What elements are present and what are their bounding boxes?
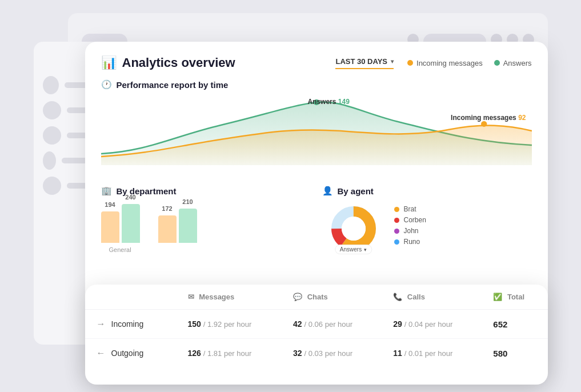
date-filter-label: LAST 30 DAYS	[335, 57, 387, 66]
corben-dot	[394, 218, 399, 223]
legend-incoming: Incoming messages	[407, 59, 483, 67]
arrow-right-icon: →	[97, 319, 106, 329]
chevron-down-icon: ▾	[391, 58, 394, 65]
department-icon: 🏢	[101, 186, 112, 196]
bar-label-240: 240	[125, 194, 135, 201]
agent-title-text: By agent	[338, 186, 374, 196]
donut-chart: Answers ▾	[322, 203, 385, 254]
department-bars: 194 240 172	[101, 203, 311, 254]
agent-title: 👤 By agent	[322, 186, 532, 196]
agent-section: 👤 By agent	[322, 186, 532, 254]
chats-icon: 💬	[293, 293, 302, 301]
chevron-icon: ▾	[364, 247, 367, 253]
outgoing-chats-rate: / 0.03 per hour	[304, 349, 353, 358]
incoming-row-label: → Incoming	[97, 319, 165, 329]
calls-icon: 📞	[393, 293, 402, 301]
bar-dept1-green: 240	[122, 204, 140, 243]
date-filter-button[interactable]: LAST 30 DAYS ▾	[335, 57, 394, 69]
brat-label: Brat	[404, 205, 416, 213]
agent-legend: Brat Corben John	[394, 203, 426, 246]
green-dot	[494, 60, 500, 66]
outgoing-calls-rate: / 0.01 per hour	[404, 349, 453, 358]
outgoing-calls-cell: 11 / 0.01 per hour	[382, 339, 482, 368]
outgoing-messages-value: 126	[188, 349, 201, 358]
incoming-calls-cell: 29 / 0.04 per hour	[382, 310, 482, 339]
incoming-calls-value: 29	[393, 319, 402, 329]
table-row: → Incoming 150 / 1.92 per hour 42 / 0.06…	[85, 310, 548, 339]
incoming-messages-cell: 150 / 1.92 per hour	[177, 310, 282, 339]
incoming-chats-value: 42	[293, 319, 302, 329]
agent-item-brat: Brat	[394, 205, 426, 213]
legend-answers: Answers	[494, 59, 532, 67]
table-card: ✉ Messages 💬 Chats 📞 Calls ✅ Total	[85, 285, 548, 385]
outgoing-row-label-cell: ← Outgoing	[85, 339, 177, 368]
performance-chart: Answers 149 Incoming messages 92	[101, 97, 532, 177]
outgoing-calls-value: 11	[393, 349, 402, 358]
card-content: 🕐 Performance report by time Answers 149…	[85, 70, 548, 263]
table-header-empty	[85, 285, 177, 310]
incoming-tooltip: Incoming messages 92	[451, 114, 526, 122]
outgoing-chats-value: 32	[293, 349, 302, 358]
agent-item-runo: Runo	[394, 238, 426, 246]
chart-legend: Incoming messages Answers	[407, 59, 531, 67]
bottom-sections: 🏢 By department 194 240	[101, 186, 532, 254]
bar-label-194: 194	[105, 201, 115, 208]
clock-icon: 🕐	[101, 79, 112, 90]
incoming-calls-rate: / 0.04 per hour	[404, 320, 453, 329]
table-header-calls: 📞 Calls	[382, 285, 482, 310]
incoming-value: 92	[518, 114, 526, 122]
outgoing-row-label: ← Outgoing	[97, 348, 165, 358]
outgoing-chats-cell: 32 / 0.03 per hour	[282, 339, 382, 368]
incoming-total-cell: 652	[482, 310, 547, 339]
agent-icon: 👤	[322, 186, 333, 196]
table-header-row: ✉ Messages 💬 Chats 📞 Calls ✅ Total	[85, 285, 548, 310]
incoming-row-label-cell: → Incoming	[85, 310, 177, 339]
answers-tooltip: Answers 149	[307, 98, 349, 106]
agent-content: Answers ▾ Brat Corb	[322, 203, 532, 254]
svg-point-5	[342, 217, 366, 241]
incoming-chats-cell: 42 / 0.06 per hour	[282, 310, 382, 339]
bar-dept2-green: 210	[179, 209, 197, 243]
table-header-chats: 💬 Chats	[282, 285, 382, 310]
bar-group-1: 194 240	[101, 204, 140, 243]
line-chart-svg	[101, 97, 532, 165]
table-header-total: ✅ Total	[482, 285, 547, 310]
data-table: ✉ Messages 💬 Chats 📞 Calls ✅ Total	[85, 285, 548, 367]
bar-label-210: 210	[182, 198, 193, 205]
runo-dot	[394, 239, 399, 245]
bar-dept2-orange: 172	[158, 215, 177, 243]
dept-label-general: General	[109, 246, 131, 253]
john-label: John	[404, 227, 419, 235]
header-controls: LAST 30 DAYS ▾ Incoming messages Answers	[335, 57, 531, 69]
agent-item-corben: Corben	[394, 216, 426, 224]
svg-point-1	[480, 121, 486, 127]
john-dot	[394, 229, 399, 234]
corben-label: Corben	[404, 216, 426, 224]
answers-value: 149	[338, 98, 350, 106]
outgoing-total-cell: 580	[482, 339, 547, 368]
page-title: Analytics overview	[122, 55, 235, 70]
incoming-messages-value: 150	[188, 319, 201, 329]
incoming-label: Incoming	[111, 319, 144, 329]
analytics-icon: 📊	[101, 55, 117, 70]
total-icon: ✅	[493, 293, 502, 301]
legend-answers-label: Answers	[503, 59, 532, 67]
incoming-messages-rate: / 1.92 per hour	[203, 320, 252, 329]
donut-label[interactable]: Answers ▾	[335, 245, 372, 254]
arrow-left-icon: ←	[97, 348, 106, 358]
outgoing-label: Outgoing	[111, 349, 144, 358]
department-section: 🏢 By department 194 240	[101, 186, 311, 254]
outgoing-messages-cell: 126 / 1.81 per hour	[177, 339, 282, 368]
card-header: 📊 Analytics overview LAST 30 DAYS ▾ Inco…	[85, 42, 548, 70]
table-header-messages: ✉ Messages	[177, 285, 282, 310]
outgoing-messages-rate: / 1.81 per hour	[203, 349, 252, 358]
table-row: ← Outgoing 126 / 1.81 per hour 32 / 0.03…	[85, 339, 548, 368]
outgoing-total-value: 580	[493, 349, 507, 358]
brat-dot	[394, 207, 399, 212]
runo-label: Runo	[404, 238, 420, 246]
performance-section-title: 🕐 Performance report by time	[101, 79, 532, 90]
incoming-total-value: 652	[493, 319, 507, 329]
agent-item-john: John	[394, 227, 426, 235]
bar-dept1-orange: 194	[101, 211, 119, 243]
incoming-chats-rate: / 0.06 per hour	[304, 320, 353, 329]
